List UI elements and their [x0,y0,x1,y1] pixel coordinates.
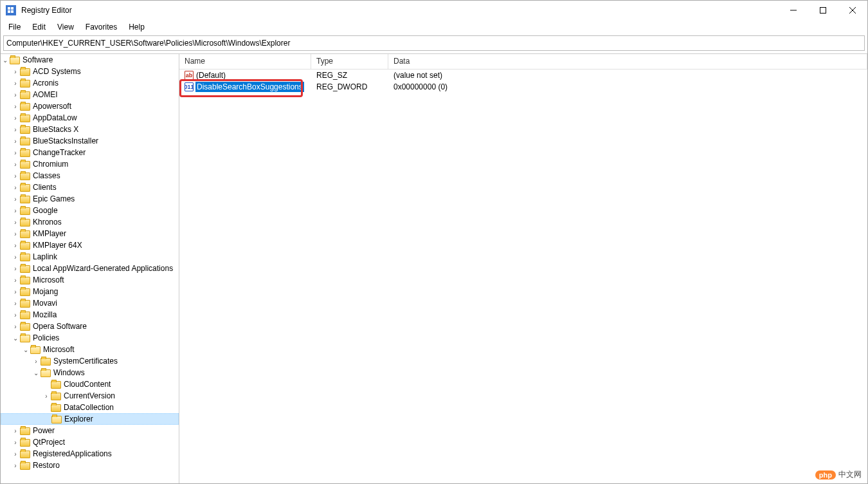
chevron-down-icon[interactable]: ⌄ [32,368,41,377]
folder-icon [20,449,30,458]
chevron-right-icon[interactable]: › [11,426,20,435]
tree-item-changetracker[interactable]: ›ChangeTracker [1,147,179,158]
chevron-right-icon[interactable]: › [11,461,20,470]
tree-item-appdatalow[interactable]: ›AppDataLow [1,112,179,124]
tree-item-restoro[interactable]: ›Restoro [1,460,179,471]
tree-label: Restoro [33,461,60,470]
chevron-right-icon[interactable]: › [11,438,20,447]
chevron-right-icon[interactable]: › [11,252,20,261]
chevron-right-icon[interactable]: › [11,171,20,180]
address-bar[interactable]: Computer\HKEY_CURRENT_USER\Software\Poli… [3,35,865,51]
tree-item-aomei[interactable]: ›AOMEI [1,89,179,100]
chevron-right-icon[interactable]: › [11,206,20,215]
chevron-right-icon[interactable]: › [11,218,20,227]
tree-item-bluestacksinstaller[interactable]: ›BlueStacksInstaller [1,135,179,147]
menu-help[interactable]: Help [123,21,150,33]
tree-power[interactable]: ›Power [1,425,179,436]
chevron-right-icon[interactable]: › [11,275,20,284]
tree-item-khronos[interactable]: ›Khronos [1,216,179,228]
tree-policies[interactable]: ⌄Policies [1,332,179,344]
tree-item-apowersoft[interactable]: ›Apowersoft [1,100,179,112]
registry-value-row[interactable]: 011DisableSearchBoxSuggestionsREG_DWORD0… [179,81,867,93]
chevron-right-icon[interactable]: › [11,241,20,250]
tree-item-google[interactable]: ›Google [1,205,179,216]
tree-panel[interactable]: ⌄Software›ACD Systems›Acronis›AOMEI›Apow… [1,54,179,483]
tree-item-datacollection[interactable]: DataCollection [1,402,179,413]
chevron-down-icon[interactable]: ⌄ [1,55,10,64]
chevron-right-icon[interactable]: › [11,183,20,192]
chevron-right-icon[interactable]: › [11,102,20,111]
tree-item-acronis[interactable]: ›Acronis [1,77,179,89]
tree-microsoft[interactable]: ⌄Microsoft [1,344,179,355]
chevron-right-icon[interactable]: › [11,194,20,203]
menu-favorites[interactable]: Favorites [80,21,122,33]
tree-item-kmplayer[interactable]: ›KMPlayer [1,228,179,239]
chevron-right-icon[interactable]: › [11,310,20,319]
minimize-button[interactable] [779,1,808,20]
maximize-button[interactable] [808,1,838,20]
tree-item-epic-games[interactable]: ›Epic Games [1,193,179,205]
tree-item-movavi[interactable]: ›Movavi [1,297,179,309]
tree-label: Classes [33,171,60,180]
chevron-right-icon[interactable]: › [11,264,20,273]
folder-icon [20,333,30,342]
folder-icon [41,368,51,377]
value-type: REG_SZ [311,71,388,80]
tree-item-local-appwizard-generated-applications[interactable]: ›Local AppWizard-Generated Applications [1,263,179,274]
tree-item-bluestacks-x[interactable]: ›BlueStacks X [1,124,179,135]
registry-value-row[interactable]: ab(Default)REG_SZ(value not set) [179,70,867,81]
tree-item-opera-software[interactable]: ›Opera Software [1,321,179,332]
tree-item-chromium[interactable]: ›Chromium [1,158,179,170]
list-body[interactable]: ab(Default)REG_SZ(value not set)011Disab… [179,70,867,483]
chevron-right-icon[interactable]: › [11,79,20,88]
tree-item-qtproject[interactable]: ›QtProject [1,436,179,448]
tree-item-kmplayer-64x[interactable]: ›KMPlayer 64X [1,239,179,251]
chevron-right-icon[interactable]: › [11,125,20,134]
tree-item-clients[interactable]: ›Clients [1,182,179,193]
chevron-right-icon[interactable]: › [11,229,20,238]
value-type: REG_DWORD [311,82,388,91]
tree-windows[interactable]: ⌄Windows [1,367,179,378]
dword-value-icon: 011 [185,82,194,91]
column-name[interactable]: Name [179,54,311,69]
chevron-right-icon[interactable]: › [11,90,20,99]
chevron-right-icon[interactable]: › [11,449,20,458]
tree-item-registeredapplications[interactable]: ›RegisteredApplications [1,448,179,460]
tree-item-cloudcontent[interactable]: CloudContent [1,378,179,390]
tree-item-explorer[interactable]: Explorer [1,413,179,425]
chevron-right-icon[interactable]: › [42,391,51,400]
tree-item-laplink[interactable]: ›Laplink [1,251,179,263]
tree-item-acd-systems[interactable]: ›ACD Systems [1,66,179,77]
menu-edit[interactable]: Edit [27,21,51,33]
chevron-right-icon[interactable]: › [11,160,20,169]
folder-icon [51,391,61,400]
chevron-right-icon[interactable]: › [11,67,20,76]
close-button[interactable] [838,1,867,20]
tree-label: Google [33,206,58,215]
tree-label: Laplink [33,252,57,261]
tree-software[interactable]: ⌄Software [1,54,179,66]
chevron-right-icon[interactable]: › [11,136,20,145]
tree-item-mozilla[interactable]: ›Mozilla [1,309,179,321]
tree-item-currentversion[interactable]: ›CurrentVersion [1,390,179,402]
chevron-down-icon[interactable]: ⌄ [11,333,20,342]
tree-systemcertificates[interactable]: ›SystemCertificates [1,355,179,367]
column-type[interactable]: Type [311,54,388,69]
chevron-right-icon[interactable]: › [11,322,20,331]
chevron-right-icon[interactable]: › [32,357,41,366]
tree-item-mojang[interactable]: ›Mojang [1,286,179,297]
tree-item-classes[interactable]: ›Classes [1,170,179,182]
menu-view[interactable]: View [52,21,79,33]
tree-item-microsoft[interactable]: ›Microsoft [1,274,179,286]
folder-icon [20,264,30,273]
chevron-right-icon[interactable]: › [11,148,20,157]
menu-file[interactable]: File [3,21,26,33]
chevron-down-icon[interactable]: ⌄ [21,345,30,354]
value-name[interactable]: DisableSearchBoxSuggestions [196,82,303,91]
column-data[interactable]: Data [388,54,867,69]
chevron-right-icon[interactable]: › [11,113,20,122]
chevron-right-icon[interactable]: › [11,287,20,296]
watermark-text: 中文网 [838,469,862,480]
chevron-right-icon[interactable]: › [11,299,20,308]
folder-icon [20,438,30,447]
